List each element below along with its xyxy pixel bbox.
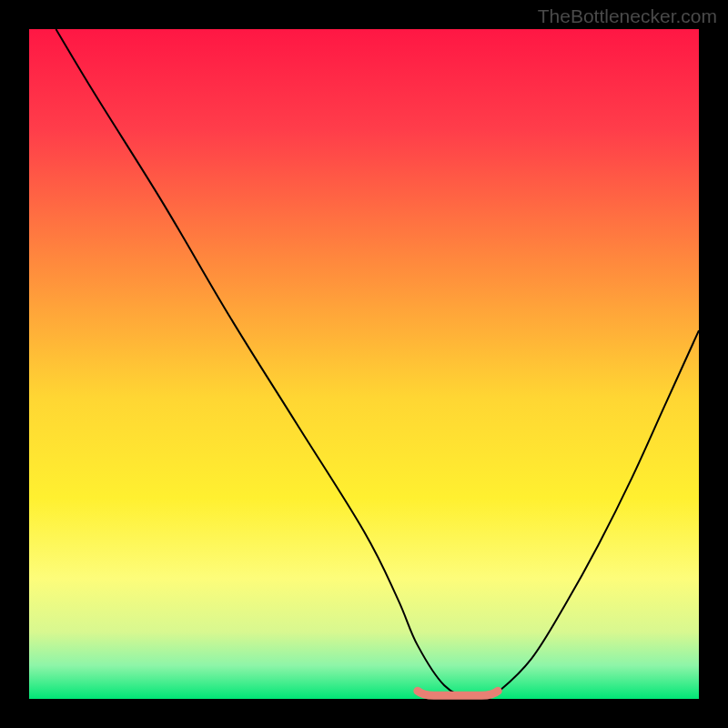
chart-canvas [0,0,728,728]
plot-background [29,29,699,699]
watermark-text: TheBottlenecker.com [538,5,717,27]
optimal-region-highlight [418,691,498,695]
bottleneck-chart: TheBottlenecker.com [0,0,728,728]
